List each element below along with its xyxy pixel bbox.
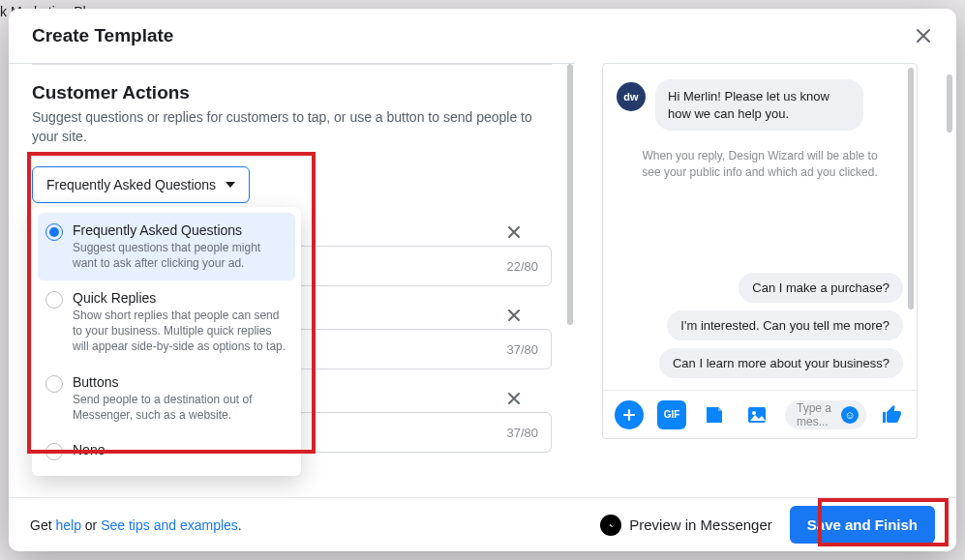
option-title: Frequently Asked Questions [73, 222, 287, 238]
section-subtitle: Suggest questions or replies for custome… [32, 107, 552, 147]
left-panel: Customer Actions Suggest questions or re… [9, 63, 575, 497]
option-desc: Show short replies that people can send … [73, 308, 287, 355]
incoming-bubble: Hi Merlin! Please let us know how we can… [655, 79, 863, 131]
preview-in-messenger[interactable]: Preview in Messenger [600, 515, 772, 536]
messenger-preview: dw Hi Merlin! Please let us know how we … [602, 63, 918, 439]
composer: GIF Type a mes... ☺ [603, 390, 917, 438]
dropdown-label: Frequently Asked Questions [46, 177, 216, 192]
help-text: or [81, 517, 101, 533]
char-count: 37/80 [506, 341, 538, 356]
suggestions: Can I make a purchase? I'm interested. C… [659, 273, 903, 378]
message-area: dw Hi Merlin! Please let us know how we … [603, 64, 917, 438]
left-scrollbar[interactable] [563, 64, 575, 497]
messenger-icon [600, 515, 621, 536]
char-count: 37/80 [506, 425, 538, 439]
period: . [238, 517, 242, 533]
photo-icon[interactable] [742, 400, 771, 429]
modal-body: Customer Actions Suggest questions or re… [9, 63, 956, 497]
radio-icon [45, 291, 63, 309]
modal-header: Create Template [9, 9, 956, 63]
plus-icon[interactable] [615, 400, 644, 429]
scrollbar-thumb[interactable] [908, 68, 914, 309]
radio-icon [45, 375, 63, 393]
option-title: Buttons [73, 374, 287, 390]
remove-question-icon[interactable] [503, 305, 525, 326]
create-template-modal: Create Template Customer Actions Suggest… [9, 9, 956, 551]
preview-scrollbar[interactable] [904, 68, 914, 384]
remove-question-icon[interactable] [503, 221, 525, 243]
gif-icon[interactable]: GIF [657, 400, 686, 429]
help-link[interactable]: help [55, 517, 80, 533]
radio-icon [45, 223, 63, 241]
scrollbar-thumb[interactable] [567, 64, 573, 325]
remove-question-icon[interactable] [503, 388, 525, 409]
option-faq[interactable]: Frequently Asked Questions Suggest quest… [38, 213, 295, 280]
modal-footer: Get help or See tips and examples. Previ… [9, 497, 956, 551]
help-line: Get help or See tips and examples. [30, 517, 242, 533]
radio-icon [45, 443, 63, 460]
chevron-down-icon [226, 182, 235, 188]
composer-placeholder: Type a mes... [797, 401, 835, 428]
divider [32, 64, 552, 65]
reply-note: When you reply, Design Wizard will be ab… [617, 148, 903, 181]
help-text: Get [30, 517, 55, 533]
option-title: Quick Replies [73, 290, 287, 306]
option-none[interactable]: None [38, 432, 295, 470]
option-quick-replies[interactable]: Quick Replies Show short replies that pe… [38, 280, 295, 365]
dropdown-menu: Frequently Asked Questions Suggest quest… [32, 207, 301, 476]
option-desc: Send people to a destination out of Mess… [73, 392, 287, 423]
save-and-finish-button[interactable]: Save and Finish [790, 506, 935, 544]
incoming-row: dw Hi Merlin! Please let us know how we … [617, 79, 903, 131]
tips-link[interactable]: See tips and examples [101, 517, 238, 533]
close-icon[interactable] [910, 22, 937, 49]
option-title: None [73, 442, 105, 457]
section-title: Customer Actions [32, 82, 552, 103]
dropdown-button[interactable]: Frequently Asked Questions [32, 166, 250, 203]
suggestion-chip[interactable]: Can I learn more about your business? [659, 348, 903, 378]
char-count: 22/80 [506, 258, 538, 273]
footer-right: Preview in Messenger Save and Finish [600, 506, 935, 544]
suggestion-chip[interactable]: Can I make a purchase? [739, 273, 903, 303]
svg-point-1 [752, 411, 756, 415]
customer-action-dropdown: Frequently Asked Questions Frequently As… [32, 166, 250, 203]
preview-label: Preview in Messenger [629, 516, 772, 533]
right-panel: dw Hi Merlin! Please let us know how we … [575, 63, 956, 497]
thumbs-up-icon[interactable] [880, 402, 905, 427]
suggestion-chip[interactable]: I'm interested. Can you tell me more? [667, 310, 903, 340]
sticker-icon[interactable] [700, 400, 729, 429]
preview-container: dw Hi Merlin! Please let us know how we … [585, 63, 939, 497]
avatar: dw [617, 82, 646, 111]
composer-input[interactable]: Type a mes... ☺ [785, 400, 866, 429]
option-buttons[interactable]: Buttons Send people to a destination out… [38, 365, 295, 432]
emoji-icon[interactable]: ☺ [841, 406, 859, 424]
modal-title: Create Template [32, 25, 173, 46]
scrollbar-thumb[interactable] [947, 74, 952, 133]
outer-scrollbar[interactable] [943, 74, 952, 429]
option-desc: Suggest questions that people might want… [73, 240, 287, 271]
